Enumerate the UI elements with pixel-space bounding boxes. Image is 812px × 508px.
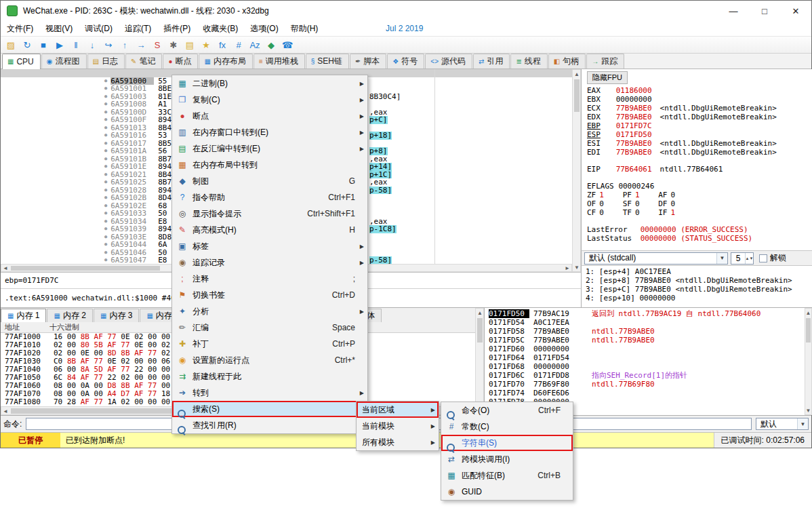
context-menu-item[interactable]: ⚑ 切换书签 Ctrl+D ▶ bbox=[172, 287, 367, 303]
scroll-thumb[interactable] bbox=[806, 318, 811, 343]
fx-icon[interactable]: fx bbox=[214, 37, 230, 52]
context-menu-item[interactable]: ➔ 转到 ▶ bbox=[172, 385, 367, 401]
view-tab[interactable]: → 跟踪 bbox=[586, 54, 624, 69]
stack-row[interactable]: 0171FD5077B9AC19返回到 ntdll.77B9AC19 自 ntd… bbox=[485, 309, 805, 318]
restart-icon[interactable]: ↻ bbox=[19, 37, 35, 52]
hide-fpu-button[interactable]: 隐藏FPU bbox=[587, 71, 628, 84]
context-menu-item[interactable]: ; 注释 ; ▶ bbox=[172, 271, 367, 287]
register-row[interactable]: EBP 0171FD7C bbox=[587, 121, 812, 130]
cpu-flag[interactable]: OF0 bbox=[587, 199, 618, 208]
register-row[interactable]: EAX 01186000 bbox=[587, 86, 812, 95]
context-menu-item[interactable]: ⇉ 新建线程于此 ▶ bbox=[172, 368, 367, 385]
view-tab[interactable]: ● 断点 bbox=[163, 54, 198, 69]
scroll-thumb[interactable] bbox=[477, 318, 483, 343]
run-to-user-icon[interactable]: → bbox=[133, 37, 149, 52]
scroll-thumb[interactable] bbox=[11, 266, 160, 271]
cpu-flag[interactable]: TF0 bbox=[623, 208, 654, 217]
menubar-item[interactable]: 帮助(H) bbox=[285, 21, 325, 37]
stack-row[interactable]: 0171FD54A0C17EEA bbox=[485, 318, 805, 327]
view-tab[interactable]: § SEH链 bbox=[306, 54, 349, 69]
scroll-left-arrow[interactable]: ◄ bbox=[2, 408, 9, 414]
view-tab[interactable]: ❖ 符号 bbox=[387, 54, 424, 69]
stack-argument-row[interactable]: 1: [esp+4] A0C17EEA bbox=[586, 267, 812, 276]
settings-icon[interactable]: ✱ bbox=[165, 37, 182, 52]
register-value[interactable]: 0171FD7C bbox=[616, 121, 652, 130]
menubar-item[interactable]: 文件(F) bbox=[1, 21, 39, 37]
scroll-right-arrow[interactable]: ► bbox=[564, 265, 571, 271]
register-row[interactable]: ECX 77B9ABE0<ntdll.DbgUiRemoteBreakin> bbox=[587, 104, 812, 113]
register-row[interactable]: EIP 77B64061ntdll.77B64061 bbox=[587, 165, 812, 174]
scroll-thumb[interactable] bbox=[574, 79, 580, 112]
context-menu-item[interactable]: ✚ 补丁 Ctrl+P ▶ bbox=[172, 336, 367, 352]
unlock-toggle[interactable]: 解锁 bbox=[759, 252, 786, 264]
cpu-flag[interactable]: CF0 bbox=[587, 208, 618, 217]
stack-row[interactable]: 0171FD6000000000 bbox=[485, 345, 805, 353]
step-into-icon[interactable]: ↓ bbox=[84, 37, 100, 52]
menubar-item[interactable]: 插件(P) bbox=[157, 21, 197, 37]
stack-row[interactable]: 0171FD6800000000 bbox=[485, 362, 805, 371]
cpu-flag[interactable]: SF0 bbox=[623, 199, 654, 208]
pause-icon[interactable]: ‖ bbox=[68, 37, 84, 52]
scroll-down-arrow[interactable]: ▼ bbox=[805, 407, 811, 414]
register-row[interactable] bbox=[587, 157, 812, 165]
scroll-left-arrow[interactable]: ◄ bbox=[2, 265, 9, 271]
menubar-item[interactable]: 追踪(T) bbox=[119, 21, 157, 37]
seh-chain-icon[interactable]: ◆ bbox=[263, 37, 279, 52]
cpu-flag[interactable]: PF1 bbox=[623, 191, 654, 199]
run-icon[interactable]: ▶ bbox=[52, 37, 68, 52]
close-button[interactable]: ✕ bbox=[780, 1, 811, 21]
context-menu-item[interactable]: ▣ 标签 ▶ bbox=[172, 238, 367, 254]
view-tab[interactable]: ▦ 内存布局 bbox=[199, 54, 252, 69]
menubar-item[interactable]: 调试(D) bbox=[79, 21, 119, 37]
stack-row[interactable]: 0171FD6C0171FDD8指向SEH_Record[1]的指针 bbox=[485, 371, 805, 380]
register-value[interactable]: 01186000 bbox=[616, 86, 652, 95]
context-menu-item[interactable]: ✎ 高亮模式(H) H ▶ bbox=[172, 222, 367, 238]
stack-row[interactable]: 0171FD640171FD54 bbox=[485, 353, 805, 362]
view-tab[interactable]: ⇄ 引用 bbox=[473, 54, 510, 69]
view-tab[interactable]: ▦ CPU bbox=[2, 54, 41, 69]
register-value[interactable]: 77B9ABE0 bbox=[616, 148, 652, 157]
scroll-up-arrow[interactable]: ▲ bbox=[476, 309, 483, 316]
context-menu-item[interactable]: ● 断点 ▶ bbox=[172, 108, 367, 124]
view-tab[interactable]: ≡ 调用堆栈 bbox=[253, 54, 305, 69]
dump-tab[interactable]: ▦ 内存 2 bbox=[47, 309, 92, 322]
submenu-item[interactable]: 所有模块 ▶ bbox=[357, 434, 439, 450]
menubar-item[interactable]: 收藏夹(B) bbox=[197, 21, 244, 37]
calling-convention-select[interactable]: 默认 (stdcall) ▼ bbox=[584, 252, 728, 265]
context-menu-item[interactable]: 查找引用(R) ▶ bbox=[172, 417, 367, 433]
stack-row[interactable]: 0171FD5877B9ABE0ntdll.77B9ABE0 bbox=[485, 327, 805, 336]
view-tab[interactable]: ✎ 笔记 bbox=[125, 54, 162, 69]
cpu-flag[interactable]: ZF1 bbox=[587, 191, 618, 199]
open-file-icon[interactable]: ▨ bbox=[3, 37, 19, 52]
stack-vscrollbar[interactable]: ▲ ▼ bbox=[805, 308, 812, 415]
register-row[interactable]: EFLAGS 00000246 bbox=[587, 182, 812, 191]
stack-argument-row[interactable]: 3: [esp+C] 77B9ABE0 <ntdll.DbgUiRemoteBr… bbox=[586, 285, 812, 294]
dump-vscrollbar[interactable]: ▲ ▼ bbox=[475, 308, 484, 415]
dump-tab[interactable]: ▦ 内存 3 bbox=[94, 309, 139, 322]
context-menu-item[interactable]: ▦ 二进制(B) ▶ bbox=[172, 75, 367, 92]
menubar-item[interactable]: 选项(O) bbox=[244, 21, 284, 37]
context-menu-item[interactable]: ◎ 显示指令提示 Ctrl+Shift+F1 ▶ bbox=[172, 206, 367, 222]
favourites-icon[interactable]: ★ bbox=[198, 37, 214, 52]
register-value[interactable]: 00000000 bbox=[616, 95, 652, 104]
arg-count-stepper[interactable]: 5 ▲▼ bbox=[731, 252, 754, 265]
submenu-item[interactable]: ▦ 匹配特征(B) Ctrl+B ▶ bbox=[441, 467, 573, 484]
view-tab[interactable]: ◉ 流程图 bbox=[41, 54, 87, 69]
context-menu-item[interactable]: 搜索(S) ▶ bbox=[172, 401, 367, 417]
stack-row[interactable]: 0171FD7077B69F80ntdll.77B69F80 bbox=[485, 380, 805, 389]
submenu-item[interactable]: # 常数(C) ▶ bbox=[441, 418, 573, 435]
view-tab[interactable]: ◧ 句柄 bbox=[548, 54, 586, 69]
register-row[interactable]: EDX 77B9ABE0<ntdll.DbgUiRemoteBreakin> bbox=[587, 113, 812, 121]
minimize-button[interactable]: — bbox=[718, 1, 749, 21]
dump-tab[interactable]: ▦ 内存 1 bbox=[1, 309, 46, 322]
context-menu-item[interactable]: ◆ 制图 G ▶ bbox=[172, 173, 367, 189]
step-out-icon[interactable]: ↑ bbox=[117, 37, 133, 52]
register-row[interactable]: ESP 0171FD50 bbox=[587, 130, 812, 139]
stack-row[interactable]: 0171FD5C77B9ABE0ntdll.77B9ABE0 bbox=[485, 336, 805, 345]
scroll-up-arrow[interactable]: ▲ bbox=[573, 71, 580, 77]
view-tab[interactable]: <> 源代码 bbox=[425, 54, 472, 69]
submenu-item[interactable]: 当前区域 ▶ bbox=[357, 402, 439, 418]
stack-argument-row[interactable]: 4: [esp+10] 00000000 bbox=[586, 294, 812, 302]
number-icon[interactable]: # bbox=[230, 37, 247, 52]
stack-argument-row[interactable]: 2: [esp+8] 77B9ABE0 <ntdll.DbgUiRemoteBr… bbox=[586, 276, 812, 285]
